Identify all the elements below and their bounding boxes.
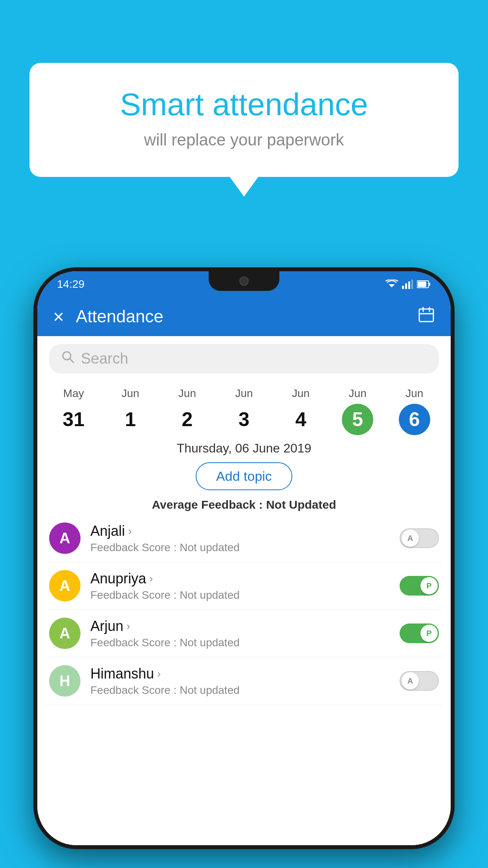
svg-rect-2 bbox=[405, 283, 407, 289]
app-bar-title: Attendance bbox=[76, 307, 418, 326]
status-icons bbox=[385, 280, 431, 289]
cal-day-num: 2 bbox=[171, 404, 203, 435]
calendar-icon bbox=[418, 306, 435, 323]
student-info: Himanshu ›Feedback Score : Not updated bbox=[90, 666, 400, 697]
cal-day-num: 3 bbox=[228, 404, 260, 435]
wifi-icon bbox=[385, 280, 398, 289]
calendar-day-0[interactable]: May31 bbox=[45, 387, 102, 435]
student-info: Anupriya ›Feedback Score : Not updated bbox=[90, 570, 400, 601]
toggle-track: P bbox=[400, 576, 439, 596]
cal-month-label: Jun bbox=[292, 387, 310, 400]
calendar-row: May31Jun1Jun2Jun3Jun4Jun5Jun6 bbox=[37, 381, 451, 437]
svg-rect-8 bbox=[419, 309, 433, 322]
chevron-right-icon: › bbox=[157, 668, 161, 680]
cal-month-label: Jun bbox=[349, 387, 367, 400]
notch bbox=[209, 271, 279, 291]
calendar-button[interactable] bbox=[418, 306, 435, 327]
speech-bubble-subtitle: will replace your paperwork bbox=[61, 131, 427, 149]
search-placeholder: Search bbox=[81, 350, 128, 367]
search-bar[interactable]: Search bbox=[49, 344, 439, 373]
selected-date: Thursday, 06 June 2019 bbox=[37, 437, 451, 458]
avg-feedback: Average Feedback : Not Updated bbox=[37, 495, 451, 515]
cal-day-num: 31 bbox=[58, 404, 89, 435]
student-info: Arjun ›Feedback Score : Not updated bbox=[90, 618, 400, 649]
svg-marker-0 bbox=[389, 284, 395, 287]
phone-frame: 14:29 bbox=[33, 267, 455, 849]
search-magnifier-icon bbox=[61, 350, 75, 364]
svg-rect-1 bbox=[402, 286, 404, 289]
student-name: Himanshu › bbox=[90, 666, 400, 682]
phone-screen: 14:29 bbox=[37, 271, 451, 845]
speech-bubble-title: Smart attendance bbox=[61, 86, 427, 123]
student-feedback: Feedback Score : Not updated bbox=[90, 684, 400, 697]
attendance-toggle[interactable]: A bbox=[400, 528, 439, 548]
student-item[interactable]: AAnupriya ›Feedback Score : Not updatedP bbox=[45, 562, 443, 610]
avg-feedback-label: Average Feedback : bbox=[152, 498, 266, 511]
calendar-day-3[interactable]: Jun3 bbox=[216, 387, 273, 435]
svg-rect-4 bbox=[411, 280, 413, 289]
toggle-knob: P bbox=[420, 577, 438, 594]
cal-month-label: Jun bbox=[405, 387, 423, 400]
search-icon bbox=[61, 350, 75, 368]
cal-day-num: 6 bbox=[399, 404, 430, 435]
chevron-right-icon: › bbox=[128, 525, 132, 537]
cal-month-label: May bbox=[63, 387, 84, 400]
avg-feedback-value: Not Updated bbox=[266, 498, 336, 511]
student-info: Anjali ›Feedback Score : Not updated bbox=[90, 523, 400, 554]
calendar-day-1[interactable]: Jun1 bbox=[102, 387, 159, 435]
student-feedback: Feedback Score : Not updated bbox=[90, 589, 400, 601]
student-name: Anjali › bbox=[90, 523, 400, 539]
student-avatar: A bbox=[49, 522, 81, 554]
student-item[interactable]: HHimanshu ›Feedback Score : Not updatedA bbox=[45, 657, 443, 705]
attendance-toggle[interactable]: A bbox=[400, 671, 439, 691]
status-time: 14:29 bbox=[57, 278, 84, 291]
cal-day-num: 4 bbox=[285, 404, 317, 435]
student-feedback: Feedback Score : Not updated bbox=[90, 541, 400, 554]
app-bar: × Attendance bbox=[37, 297, 451, 336]
student-avatar: A bbox=[49, 618, 81, 649]
calendar-day-2[interactable]: Jun2 bbox=[159, 387, 216, 435]
student-name: Anupriya › bbox=[90, 570, 400, 587]
toggle-track: A bbox=[400, 671, 439, 691]
attendance-toggle[interactable]: P bbox=[400, 623, 439, 643]
cal-day-num: 5 bbox=[342, 404, 373, 435]
calendar-day-4[interactable]: Jun4 bbox=[272, 387, 329, 435]
toggle-track: P bbox=[400, 623, 439, 643]
toggle-track: A bbox=[400, 528, 439, 548]
toggle-knob: P bbox=[420, 625, 438, 642]
svg-line-13 bbox=[70, 359, 73, 362]
toggle-knob: A bbox=[402, 530, 419, 547]
svg-rect-6 bbox=[429, 283, 430, 286]
attendance-toggle[interactable]: P bbox=[400, 576, 439, 596]
student-feedback: Feedback Score : Not updated bbox=[90, 636, 400, 649]
cal-month-label: Jun bbox=[235, 387, 253, 400]
camera bbox=[239, 276, 249, 286]
battery-icon bbox=[417, 280, 431, 289]
signal-icon bbox=[402, 280, 413, 289]
student-avatar: A bbox=[49, 570, 81, 601]
speech-bubble: Smart attendance will replace your paper… bbox=[29, 63, 459, 177]
add-topic-button[interactable]: Add topic bbox=[196, 462, 292, 490]
svg-rect-3 bbox=[408, 281, 410, 289]
chevron-right-icon: › bbox=[127, 620, 130, 633]
toggle-knob: A bbox=[402, 672, 419, 690]
cal-day-num: 1 bbox=[115, 404, 146, 435]
student-list: AAnjali ›Feedback Score : Not updatedAAA… bbox=[37, 515, 451, 705]
calendar-day-6[interactable]: Jun6 bbox=[386, 387, 443, 435]
student-name: Arjun › bbox=[90, 618, 400, 634]
cal-month-label: Jun bbox=[178, 387, 196, 400]
student-avatar: H bbox=[49, 665, 81, 697]
student-item[interactable]: AArjun ›Feedback Score : Not updatedP bbox=[45, 610, 443, 657]
cal-month-label: Jun bbox=[121, 387, 139, 400]
chevron-right-icon: › bbox=[149, 572, 153, 585]
calendar-day-5[interactable]: Jun5 bbox=[329, 387, 386, 435]
screen-content: Search May31Jun1Jun2Jun3Jun4Jun5Jun6 Thu… bbox=[37, 336, 451, 845]
student-item[interactable]: AAnjali ›Feedback Score : Not updatedA bbox=[45, 515, 443, 562]
svg-rect-7 bbox=[418, 281, 426, 287]
close-button[interactable]: × bbox=[53, 306, 64, 327]
